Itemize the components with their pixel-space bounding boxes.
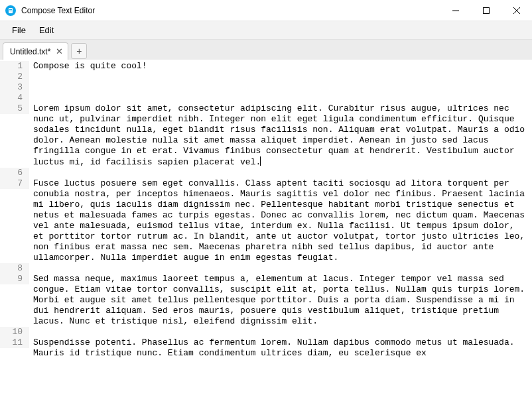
line-number: 10 (0, 327, 29, 337)
menubar: File Edit (0, 21, 532, 40)
editor-line[interactable]: 3 (0, 82, 532, 93)
line-text[interactable]: Sed massa neque, maximus laoreet tempus … (29, 274, 532, 327)
line-number: 2 (0, 72, 29, 82)
line-text[interactable]: Fusce luctus posuere sem eget convallis.… (29, 178, 532, 263)
line-number: 8 (0, 263, 29, 274)
line-text[interactable] (29, 82, 532, 93)
tab-close-icon[interactable]: ✕ (54, 47, 64, 56)
close-button[interactable] (501, 0, 532, 21)
svg-rect-4 (484, 7, 490, 13)
editor-line[interactable]: 4 (0, 93, 532, 103)
line-number: 11 (0, 337, 29, 348)
editor-line[interactable]: 1Compose is quite cool! (0, 61, 532, 72)
editor-line[interactable]: 2 (0, 72, 532, 82)
titlebar: Compose Text Editor (0, 0, 532, 21)
editor-line[interactable]: 5Lorem ipsum dolor sit amet, consectetur… (0, 103, 532, 168)
window-controls (440, 0, 532, 21)
tab-untitled[interactable]: Untitled.txt* ✕ (3, 42, 68, 60)
tabstrip: Untitled.txt* ✕ + (0, 40, 532, 60)
text-caret (260, 156, 261, 166)
menu-file[interactable]: File (5, 23, 33, 38)
editor[interactable]: 1Compose is quite cool!2 3 4 5Lorem ipsu… (0, 60, 532, 419)
line-text[interactable] (29, 93, 532, 103)
line-number: 4 (0, 93, 29, 103)
line-number: 5 (0, 103, 29, 114)
maximize-button[interactable] (471, 0, 501, 21)
editor-line[interactable]: 7Fusce luctus posuere sem eget convallis… (0, 178, 532, 263)
editor-line[interactable]: 9Sed massa neque, maximus laoreet tempus… (0, 274, 532, 327)
app-icon (5, 5, 16, 16)
editor-line[interactable]: 11Suspendisse potenti. Phasellus ac ferm… (0, 337, 532, 359)
tab-label: Untitled.txt* (10, 47, 50, 56)
svg-rect-1 (9, 9, 12, 10)
line-number: 6 (0, 168, 29, 178)
editor-line[interactable]: 10 (0, 327, 532, 337)
svg-rect-2 (9, 11, 12, 11)
new-tab-button[interactable]: + (71, 43, 87, 59)
minimize-button[interactable] (440, 0, 471, 21)
line-text[interactable]: Lorem ipsum dolor sit amet, consectetur … (29, 103, 532, 168)
line-text[interactable] (29, 263, 532, 274)
editor-line[interactable]: 8 (0, 263, 532, 274)
window-title: Compose Text Editor (21, 6, 95, 15)
menu-edit[interactable]: Edit (33, 23, 60, 38)
line-number: 1 (0, 61, 29, 72)
line-text[interactable] (29, 327, 532, 337)
line-number: 9 (0, 274, 29, 284)
line-number: 7 (0, 178, 29, 189)
line-text[interactable]: Compose is quite cool! (29, 61, 532, 72)
editor-line[interactable]: 6 (0, 168, 532, 178)
line-text[interactable]: Suspendisse potenti. Phasellus ac fermen… (29, 337, 532, 359)
line-number: 3 (0, 82, 29, 93)
line-text[interactable] (29, 168, 532, 178)
line-text[interactable] (29, 72, 532, 82)
